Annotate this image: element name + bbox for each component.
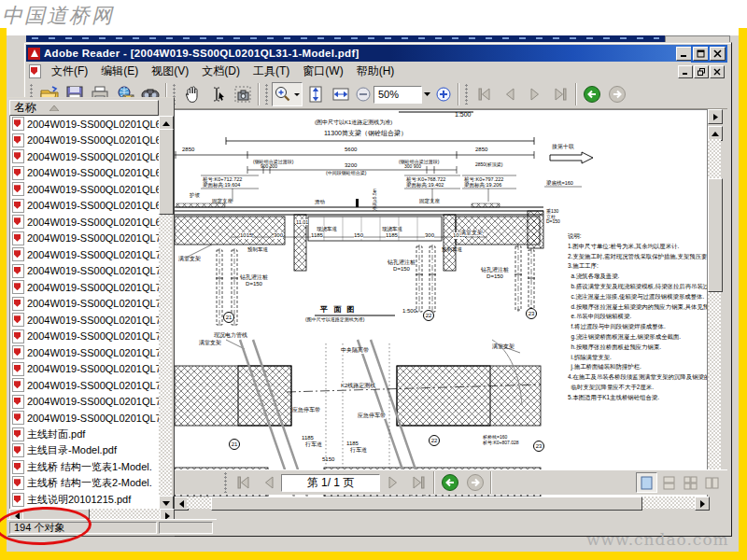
page-number-field[interactable]: 第 1/ 1 页 (281, 474, 380, 492)
pdf-file-icon (12, 460, 24, 474)
main-span-dimension: 11300简支梁（钢砼组合梁） (324, 130, 407, 137)
toolbar-grip[interactable] (265, 84, 269, 105)
file-list-item[interactable]: 2004W019-SS00QL0201QL66 ( (10, 133, 159, 149)
title-bar[interactable]: Adobe Reader - [2004W019-SS00QL0201QL31-… (26, 45, 727, 62)
file-list-item[interactable]: 2004W019-SS00QL0201QL70-2 (10, 246, 159, 263)
child-minimize-button[interactable] (678, 65, 693, 78)
document-icon[interactable] (29, 64, 41, 78)
first-page-button-bottom[interactable] (231, 470, 256, 495)
first-page-button[interactable] (472, 82, 497, 106)
file-name: 2004W019-SS00QL0201QL76-1 (27, 380, 159, 391)
file-list-item[interactable]: 2004W019-SS00QL0201QL74- (10, 344, 159, 361)
power-line-label: 现况电力管线 (214, 332, 247, 339)
zoom-in-button[interactable] (432, 82, 455, 106)
file-list-item[interactable]: 2004W019-SS00QL0201QL75- (10, 361, 159, 378)
pdf-file-icon (12, 476, 24, 490)
previous-view-button-bottom[interactable] (437, 470, 462, 495)
file-list-item[interactable]: 2004W019-SS00QL0201QL69-1 (10, 181, 159, 198)
snapshot-button[interactable] (230, 82, 255, 106)
file-list-item[interactable]: 2004W019-SS00QL0201QL76-2 (10, 394, 159, 411)
file-list-item[interactable]: 2004W019-SS00QL0201QL65 ( (10, 116, 159, 133)
pdf-file-icon (12, 411, 24, 425)
file-name: 主线封面.pdf (27, 427, 85, 441)
frame-left (0, 28, 7, 560)
file-list-item[interactable]: 主线说明20101215.pdf (10, 492, 159, 509)
fit-width-button[interactable] (328, 82, 353, 106)
zoom-tool-button[interactable] (272, 82, 303, 106)
maximize-button[interactable] (693, 47, 709, 61)
child-close-button[interactable] (710, 65, 725, 78)
menu-item[interactable]: 文档(D) (195, 63, 247, 80)
file-list-item[interactable]: 2004W019-SS00QL0201QL77- (10, 410, 159, 427)
file-name: 2004W019-SS00QL0201QL70-4 (27, 282, 159, 293)
file-list-item[interactable]: 主线桥 结构一览表1-Model. (10, 459, 159, 476)
hscroll-thumb[interactable] (211, 497, 642, 511)
continuous-layout-button[interactable] (659, 473, 679, 492)
menu-item[interactable]: 文件(F) (45, 63, 94, 80)
file-list-item[interactable]: 2004W019-SS00QL0201QL76-1 (10, 377, 159, 394)
text-select-button[interactable] (204, 82, 230, 106)
frame-right (739, 28, 747, 560)
single-page-layout-button[interactable] (636, 472, 657, 493)
next-view-button-bottom[interactable] (462, 470, 487, 495)
toolbar-grip[interactable] (224, 472, 228, 493)
previous-view-button[interactable] (579, 82, 604, 106)
hand-tool-button[interactable] (179, 82, 204, 106)
next-page-button[interactable] (522, 82, 547, 106)
next-view-button[interactable] (604, 82, 629, 106)
previous-page-button[interactable] (497, 82, 522, 106)
menu-item[interactable]: 帮助(H) (350, 63, 402, 80)
file-list-item[interactable]: 2004W019-SS00QL0201QL67 ( (10, 148, 159, 165)
pdf-document-page[interactable]: 1:500 (图中尺寸以K1道路定测线为准) 11300简支梁（钢砼组合梁） 2… (174, 109, 708, 497)
toolbar-grip[interactable] (465, 84, 469, 105)
minimize-button[interactable] (676, 47, 692, 61)
file-list-item[interactable]: 2004W019-SS00QL0201QL73- (10, 329, 159, 345)
pdf-file-icon (12, 149, 24, 163)
file-list-item[interactable]: 2004W019-SS00QL0201QL68 ( (10, 165, 159, 182)
child-restore-button[interactable] (694, 65, 709, 78)
level-11-01: 11.01 (296, 219, 308, 225)
sort-ascending-icon (49, 105, 59, 111)
continuous-facing-layout-button[interactable] (681, 473, 700, 492)
menu-item[interactable]: 编辑(E) (94, 63, 145, 80)
file-list-item[interactable]: 主线封面.pdf (10, 427, 159, 443)
fit-page-button[interactable] (303, 82, 328, 106)
last-page-button[interactable] (547, 82, 572, 106)
zoom-level-input[interactable]: 50% (374, 86, 422, 104)
file-list-item[interactable]: 2004W019-SS00QL0201QL69-2 (10, 198, 159, 215)
file-list-item[interactable]: 2004W019-SS00QL0201QL70-3 (10, 263, 159, 280)
pdf-file-icon (12, 215, 24, 229)
screenshot-root: { "watermarks": { "top_left": "中国道桥网", "… (0, 0, 747, 560)
name-column-header[interactable]: 名称 (9, 100, 159, 116)
zoom-dropdown-arrow[interactable] (422, 87, 432, 103)
menu-item[interactable]: 工具(T) (247, 63, 296, 80)
file-list-item[interactable]: 主线目录-Model.pdf (10, 442, 159, 459)
file-list-item[interactable]: 2004W019-SS00QL0201QL70-4 (10, 279, 159, 296)
list-vscroll-thumb[interactable] (159, 129, 174, 215)
pane-expand-icon[interactable] (708, 109, 723, 124)
close-button[interactable] (710, 47, 726, 61)
menu-item[interactable]: 视图(V) (145, 63, 195, 80)
file-list-item[interactable]: 2004W019-SS00QL0201QL70-1 (10, 231, 159, 247)
file-list-item[interactable]: 主线桥 结构一览表2-Model. (10, 475, 159, 492)
document-vscrollbar[interactable] (708, 109, 723, 496)
next-page-button-bottom[interactable] (380, 470, 405, 495)
file-list-vscrollbar[interactable] (159, 116, 173, 509)
last-page-button-bottom[interactable] (405, 470, 430, 495)
scroll-right-icon[interactable] (695, 497, 710, 511)
file-list-item[interactable]: 2004W019-SS00QL0201QL72 (10, 312, 159, 329)
menu-item[interactable]: 窗口(W) (296, 63, 349, 80)
vscroll-thumb[interactable] (708, 178, 723, 292)
menu-bar: 文件(F)编辑(E)视图(V)文档(D)工具(T)窗口(W)帮助(H) (26, 63, 727, 80)
document-hscrollbar[interactable] (174, 497, 708, 510)
previous-page-button-bottom[interactable] (256, 470, 281, 495)
pdf-file-icon (12, 280, 24, 294)
file-list-item[interactable]: 2004W019-SS00QL0201QL71 ( (10, 296, 159, 313)
file-list-item[interactable]: 2004W019-SS00QL0201QL69-3 (10, 214, 159, 231)
facing-layout-button[interactable] (702, 473, 722, 492)
zoom-out-button[interactable] (353, 82, 374, 106)
plan-dim-1185-a: 1185 (302, 435, 314, 441)
file-name: 2004W019-SS00QL0201QL66 ( (27, 134, 159, 146)
background-window-titlebar[interactable] (26, 35, 665, 42)
file-name: 2004W019-SS00QL0201QL65 ( (27, 119, 159, 130)
